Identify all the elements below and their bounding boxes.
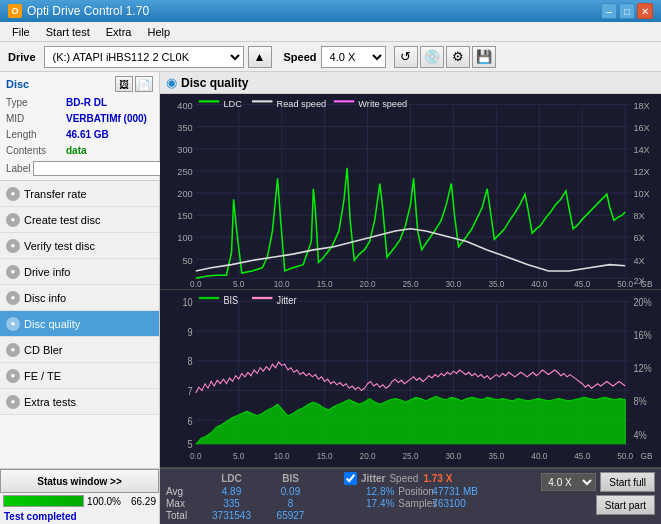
content-area: ◉ Disc quality <box>160 72 661 524</box>
lower-chart-svg: 10 9 8 7 6 5 20% 16% 12% 8% 4% <box>160 290 661 467</box>
nav-label-extra-tests: Extra tests <box>24 396 76 408</box>
start-part-button[interactable]: Start part <box>596 495 655 515</box>
svg-rect-53 <box>334 100 354 102</box>
charts-container: 400 350 300 250 200 150 100 50 18X 16X 1… <box>160 94 661 468</box>
avg-bis: 0.09 <box>263 486 318 497</box>
minimize-button[interactable]: – <box>601 3 617 19</box>
status-bar: Status window >> 100.0% 66.29 Test compl… <box>0 468 159 524</box>
svg-text:10.0: 10.0 <box>274 451 290 462</box>
avg-jitter: 12.8% <box>366 486 394 497</box>
right-controls: 4.0 X Start full Start part <box>537 472 655 515</box>
svg-text:8: 8 <box>188 356 193 368</box>
svg-text:LDC: LDC <box>223 99 242 109</box>
disc-type-key: Type <box>6 95 66 111</box>
svg-text:14X: 14X <box>633 145 650 155</box>
sidebar-item-disc-quality[interactable]: ●Disc quality <box>0 311 159 337</box>
disc-label-input[interactable] <box>33 161 166 176</box>
svg-text:100: 100 <box>177 233 192 243</box>
disc-contents-val: data <box>66 143 87 159</box>
svg-text:50.0: 50.0 <box>617 279 633 289</box>
disc-icon-2[interactable]: 📄 <box>135 76 153 92</box>
svg-text:150: 150 <box>177 211 192 221</box>
svg-text:35.0: 35.0 <box>488 451 504 462</box>
disc-icons: 🖼 📄 <box>115 76 153 92</box>
sidebar-item-extra-tests[interactable]: ●Extra tests <box>0 389 159 415</box>
position-label: Position <box>398 486 428 497</box>
svg-text:25.0: 25.0 <box>403 451 419 462</box>
disc-mid-val: VERBATIMf (000) <box>66 111 147 127</box>
disc-icon-1[interactable]: 🖼 <box>115 76 133 92</box>
disc-type-val: BD-R DL <box>66 95 107 111</box>
menu-file[interactable]: File <box>4 24 38 40</box>
settings-button[interactable]: ⚙ <box>446 46 470 68</box>
nav-icon-disc-info: ● <box>6 291 20 305</box>
menu-help[interactable]: Help <box>139 24 178 40</box>
menu-extra[interactable]: Extra <box>98 24 140 40</box>
disc-label-key: Label <box>6 163 30 174</box>
save-button[interactable]: 💾 <box>472 46 496 68</box>
position-val: 47731 MB <box>432 486 478 497</box>
disc-label-row: Label 🔍 <box>6 161 153 176</box>
nav-icon-create-test-disc: ● <box>6 213 20 227</box>
col-bis: BIS <box>263 473 318 484</box>
refresh-button[interactable]: ↺ <box>394 46 418 68</box>
sidebar-item-fe-te[interactable]: ●FE / TE <box>0 363 159 389</box>
nav-icon-disc-quality: ● <box>6 317 20 331</box>
disc-contents-row: Contents data <box>6 143 153 159</box>
svg-text:45.0: 45.0 <box>574 451 590 462</box>
svg-text:GB: GB <box>641 279 653 289</box>
nav-icon-cd-bler: ● <box>6 343 20 357</box>
svg-text:10.0: 10.0 <box>274 279 290 289</box>
nav-label-disc-info: Disc info <box>24 292 66 304</box>
svg-text:0.0: 0.0 <box>190 279 202 289</box>
svg-text:16X: 16X <box>633 123 650 133</box>
sidebar: Disc 🖼 📄 Type BD-R DL MID VERBATIMf (000… <box>0 72 160 524</box>
menu-start-test[interactable]: Start test <box>38 24 98 40</box>
sidebar-item-drive-info[interactable]: ●Drive info <box>0 259 159 285</box>
speed-select-mini[interactable]: 4.0 X <box>541 473 596 491</box>
maximize-button[interactable]: □ <box>619 3 635 19</box>
svg-text:Read speed: Read speed <box>277 99 327 109</box>
disc-type-row: Type BD-R DL <box>6 95 153 111</box>
nav-label-fe-te: FE / TE <box>24 370 61 382</box>
svg-text:4X: 4X <box>633 255 645 265</box>
total-ldc: 3731543 <box>204 510 259 521</box>
main-area: Disc 🖼 📄 Type BD-R DL MID VERBATIMf (000… <box>0 72 661 524</box>
speed-select[interactable]: 4.0 X <box>321 46 386 68</box>
start-full-button[interactable]: Start full <box>600 472 655 492</box>
svg-text:25.0: 25.0 <box>403 279 419 289</box>
svg-text:6: 6 <box>188 415 193 427</box>
svg-text:400: 400 <box>177 101 192 111</box>
close-button[interactable]: ✕ <box>637 3 653 19</box>
disc-title: Disc <box>6 78 29 90</box>
upper-chart: 400 350 300 250 200 150 100 50 18X 16X 1… <box>160 94 661 290</box>
nav-icon-extra-tests: ● <box>6 395 20 409</box>
svg-text:50: 50 <box>182 255 192 265</box>
status-text: Test completed <box>0 509 159 524</box>
eject-button[interactable]: ▲ <box>248 46 272 68</box>
disc-mid-key: MID <box>6 111 66 127</box>
svg-text:12%: 12% <box>633 363 652 375</box>
nav-icon-verify-test-disc: ● <box>6 239 20 253</box>
col-jitter: Jitter <box>361 473 385 484</box>
lower-chart: 10 9 8 7 6 5 20% 16% 12% 8% 4% <box>160 290 661 468</box>
status-window-button[interactable]: Status window >> <box>0 469 159 493</box>
jitter-checkbox[interactable] <box>344 472 357 485</box>
disc-button[interactable]: 💿 <box>420 46 444 68</box>
sidebar-item-cd-bler[interactable]: ●CD Bler <box>0 337 159 363</box>
avg-ldc: 4.89 <box>204 486 259 497</box>
drive-select[interactable]: (K:) ATAPI iHBS112 2 CL0K <box>44 46 244 68</box>
col-ldc: LDC <box>204 473 259 484</box>
sidebar-item-transfer-rate[interactable]: ●Transfer rate <box>0 181 159 207</box>
nav-label-disc-quality: Disc quality <box>24 318 80 330</box>
sidebar-item-verify-test-disc[interactable]: ●Verify test disc <box>0 233 159 259</box>
svg-text:15.0: 15.0 <box>317 451 333 462</box>
nav-label-transfer-rate: Transfer rate <box>24 188 87 200</box>
title-bar: O Opti Drive Control 1.70 – □ ✕ <box>0 0 661 22</box>
max-jitter: 17.4% <box>366 498 394 509</box>
disc-contents-key: Contents <box>6 143 66 159</box>
svg-text:30.0: 30.0 <box>445 279 461 289</box>
sidebar-item-create-test-disc[interactable]: ●Create test disc <box>0 207 159 233</box>
svg-text:5: 5 <box>188 438 194 450</box>
sidebar-item-disc-info[interactable]: ●Disc info <box>0 285 159 311</box>
